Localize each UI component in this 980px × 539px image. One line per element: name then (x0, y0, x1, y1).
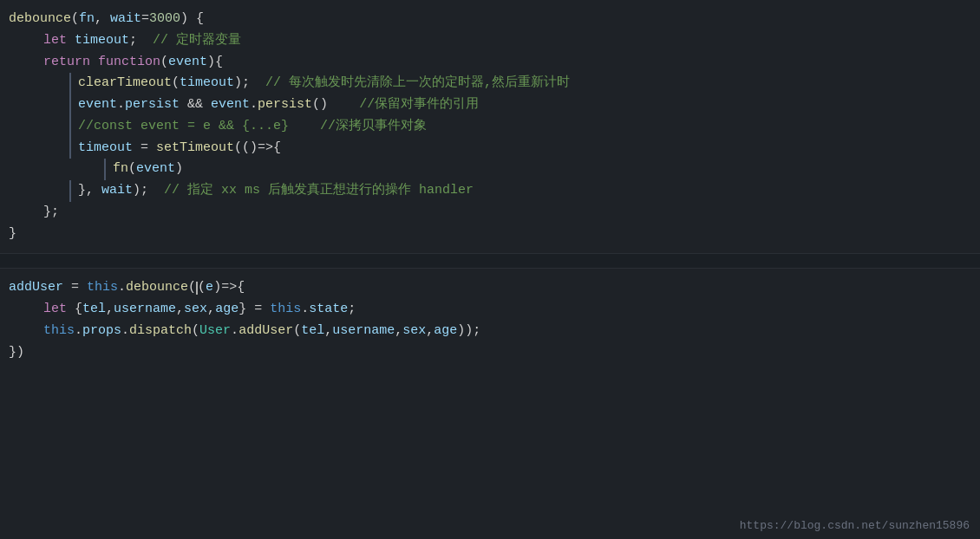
code-line-b3: this.props.dispatch(User.addUser(tel,use… (9, 321, 980, 342)
code-line-b1: addUser = this.debounce((e)=>{ (9, 277, 980, 299)
code-token: debounce (9, 9, 71, 30)
code-line-10: }; (9, 202, 980, 224)
code-line-4: clearTimeout(timeout); // 每次触发时先清除上一次的定时… (9, 73, 980, 94)
top-code-block: debounce(fn, wait=3000) { let timeout; /… (0, 0, 980, 253)
code-line-5: event.persist && event.persist() //保留对事件… (9, 94, 980, 116)
code-divider (0, 253, 980, 269)
code-line-b2: let {tel,username,sex,age} = this.state; (9, 299, 980, 321)
footer-url: https://blog.csdn.net/sunzhen15896 (740, 519, 970, 532)
code-line-1: debounce(fn, wait=3000) { (9, 9, 980, 30)
code-line-3: return function(event){ (9, 52, 980, 74)
code-line-8: fn(event) (9, 159, 980, 180)
code-line-11: } (9, 224, 980, 245)
code-line-b4: }) (9, 342, 980, 364)
code-line-7: timeout = setTimeout(()=>{ (9, 138, 980, 159)
code-container: debounce(fn, wait=3000) { let timeout; /… (0, 0, 980, 539)
bottom-code-block: addUser = this.debounce((e)=>{ let {tel,… (0, 269, 980, 539)
code-line-2: let timeout; // 定时器变量 (9, 30, 980, 52)
code-line-6: //const event = e && {...e} //深拷贝事件对象 (9, 116, 980, 138)
code-line-9: }, wait); // 指定 xx ms 后触发真正想进行的操作 handle… (9, 180, 980, 202)
